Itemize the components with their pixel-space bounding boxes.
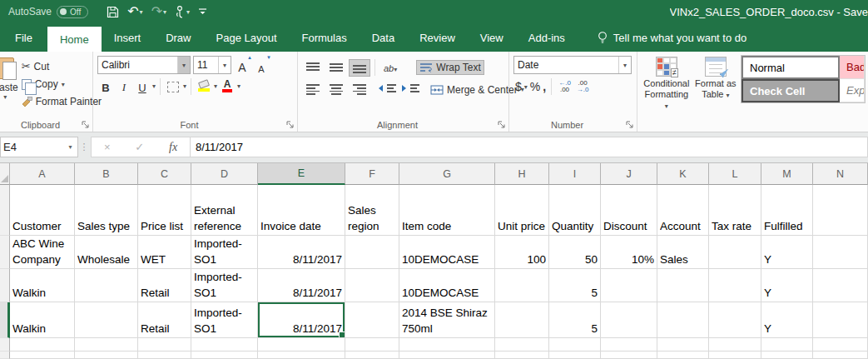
cell-A3[interactable]: Walkin <box>10 269 75 302</box>
cell-D6[interactable] <box>191 352 258 359</box>
cell-L1[interactable]: Tax rate <box>709 185 761 236</box>
borders-button[interactable] <box>165 77 181 95</box>
active-cell-E4[interactable]: 8/11/2017 <box>258 302 345 338</box>
cell-E2[interactable]: 8/11/2017 <box>258 236 345 269</box>
cell-C5[interactable] <box>138 338 191 352</box>
cell-J5[interactable] <box>601 338 657 352</box>
cell-B5[interactable] <box>75 338 138 352</box>
cell-H2[interactable]: 100 <box>495 236 549 269</box>
autosave-control[interactable]: AutoSave Off <box>8 6 88 18</box>
cut-button[interactable]: ✂ Cut <box>18 58 105 74</box>
cell-I5[interactable] <box>549 338 601 352</box>
format-painter-button[interactable]: Format Painter <box>18 94 105 109</box>
cell-M3[interactable]: Y <box>761 269 813 302</box>
cell-L2[interactable] <box>709 236 761 269</box>
insert-function-button[interactable]: fx <box>169 141 177 154</box>
cell-K5[interactable] <box>657 338 709 352</box>
decrease-indent-button[interactable] <box>379 81 400 98</box>
column-header-H[interactable]: H <box>495 163 549 185</box>
cell-F6[interactable] <box>345 352 399 359</box>
autosave-toggle[interactable]: Off <box>57 6 88 18</box>
tab-review[interactable]: Review <box>407 23 468 52</box>
cell-D1[interactable]: External reference <box>191 185 258 236</box>
cell-M5[interactable] <box>761 338 813 352</box>
cell-K3[interactable] <box>657 269 709 302</box>
font-family-dropdown-icon[interactable]: ▾ <box>177 57 190 73</box>
align-right-button[interactable] <box>349 81 370 98</box>
number-dialog-launcher[interactable] <box>626 121 634 129</box>
tab-view[interactable]: View <box>468 23 516 52</box>
align-center-button[interactable] <box>325 81 347 98</box>
cell-E3[interactable]: 8/11/2017 <box>258 269 345 302</box>
paste-button[interactable]: Paste ▾ <box>0 54 18 117</box>
fill-color-dropdown-icon[interactable]: ▾ <box>214 82 217 90</box>
cell-J1[interactable]: Discount <box>601 185 657 236</box>
cell-C4[interactable]: Retail <box>138 302 191 338</box>
column-header-K[interactable]: K <box>657 163 709 185</box>
column-header-I[interactable]: I <box>549 163 601 185</box>
cell-N4[interactable] <box>813 302 868 338</box>
cell-G1[interactable]: Item code <box>399 185 495 236</box>
cell-M1[interactable]: Fulfilled <box>761 185 813 236</box>
cell-F2[interactable] <box>345 236 399 269</box>
cell-C1[interactable]: Price list <box>138 185 191 236</box>
decrease-font-size-button[interactable]: A <box>253 57 270 74</box>
row-header-5[interactable] <box>0 338 10 352</box>
cell-J4[interactable] <box>601 302 657 338</box>
cell-F4[interactable] <box>345 302 399 338</box>
cell-I6[interactable] <box>549 352 601 359</box>
underline-button[interactable]: U <box>134 77 151 95</box>
cell-F3[interactable] <box>345 269 399 302</box>
customize-qat-button[interactable] <box>195 2 211 22</box>
column-header-L[interactable]: L <box>709 163 761 185</box>
cell-F5[interactable] <box>345 338 399 352</box>
style-normal[interactable]: Normal <box>742 56 840 79</box>
style-check-cell[interactable]: Check Cell <box>742 79 840 102</box>
cell-D3[interactable]: Imported-SO1 <box>191 269 258 302</box>
cell-I2[interactable]: 50 <box>549 236 601 269</box>
row-header-4[interactable] <box>0 302 10 338</box>
column-header-D[interactable]: D <box>191 163 258 185</box>
cell-G4[interactable]: 2014 BSE Shiraz 750ml <box>399 302 495 338</box>
cell-K6[interactable] <box>657 352 709 359</box>
style-explanatory[interactable]: Explan <box>840 79 865 102</box>
decrease-decimal-button[interactable]: .00 →.0 <box>575 79 591 94</box>
accounting-dropdown-icon[interactable]: ▾ <box>524 83 528 91</box>
column-header-F[interactable]: F <box>345 163 399 185</box>
font-size-dropdown-icon[interactable]: ▾ <box>218 57 231 73</box>
cell-M2[interactable]: Y <box>761 236 813 269</box>
middle-align-button[interactable] <box>325 59 347 77</box>
italic-button[interactable]: I <box>116 77 132 95</box>
enter-button[interactable]: ✓ <box>135 141 144 153</box>
conditional-formatting-button[interactable]: ≠ Conditional Formatting ▾ <box>642 54 691 117</box>
align-left-button[interactable] <box>302 81 324 98</box>
clipboard-dialog-launcher[interactable] <box>82 121 90 129</box>
column-header-E[interactable]: E <box>258 163 345 185</box>
cell-K2[interactable]: Sales <box>657 236 709 269</box>
tab-home[interactable]: Home <box>47 27 102 52</box>
cell-J2[interactable]: 10% <box>601 236 657 269</box>
tab-data[interactable]: Data <box>360 23 407 52</box>
column-header-N[interactable]: N <box>813 163 868 185</box>
font-size-combobox[interactable]: 11 ▾ <box>193 56 231 74</box>
font-color-dropdown-icon[interactable]: ▾ <box>237 82 241 90</box>
cell-C6[interactable] <box>138 352 191 359</box>
column-header-J[interactable]: J <box>601 163 657 185</box>
cell-E6[interactable] <box>258 352 345 359</box>
cell-A2[interactable]: ABC Wine Company <box>10 236 75 269</box>
cell-L6[interactable] <box>709 352 761 359</box>
cell-B6[interactable] <box>75 352 138 359</box>
cell-H6[interactable] <box>495 352 549 359</box>
formula-input[interactable]: 8/11/2017 <box>191 137 868 157</box>
redo-button[interactable]: ↷ ▾ <box>148 2 170 22</box>
comma-style-button[interactable]: , <box>543 80 546 93</box>
tab-page-layout[interactable]: Page Layout <box>204 23 290 52</box>
column-header-B[interactable]: B <box>75 163 138 185</box>
underline-dropdown-icon[interactable]: ▾ <box>152 82 156 90</box>
increase-indent-button[interactable] <box>402 81 424 98</box>
cell-L3[interactable] <box>709 269 761 302</box>
name-box[interactable]: E4 ▾ <box>0 137 78 157</box>
cell-N5[interactable] <box>813 338 868 352</box>
column-header-M[interactable]: M <box>761 163 813 185</box>
column-header-A[interactable]: A <box>10 163 75 185</box>
